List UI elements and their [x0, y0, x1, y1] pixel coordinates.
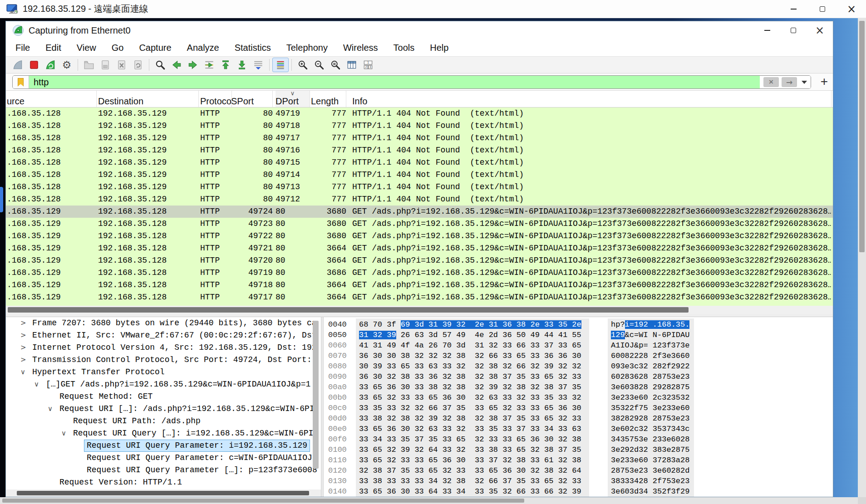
capture-options-button[interactable]: ⚙ [59, 58, 75, 72]
detail-row[interactable]: >Frame 7207: 3680 bytes on wire (29440 b… [6, 317, 321, 329]
hex-row[interactable]: 00b033 65 32 33 33 65 36 30 32 63 33 32 … [324, 392, 833, 403]
wireshark-close-button[interactable]: × [807, 21, 833, 39]
detail-row[interactable]: Request URI Query Parameter: c=WIN-6PIDA… [6, 452, 321, 464]
open-capture-file-button[interactable] [81, 58, 97, 72]
packet-row[interactable]: .168.35.129192.168.35.128HTTP49717803664… [6, 291, 833, 303]
menu-statistics[interactable]: Statistics [227, 39, 279, 56]
menu-telephony[interactable]: Telephony [279, 39, 335, 56]
menu-file[interactable]: File [8, 39, 38, 56]
scrollbar-thumb[interactable] [2, 499, 524, 503]
details-vscrollbar-thumb[interactable] [313, 321, 319, 469]
find-packet-button[interactable] [152, 58, 168, 72]
menu-wireless[interactable]: Wireless [335, 39, 386, 56]
go-to-first-packet-button[interactable] [217, 58, 234, 72]
go-to-packet-button[interactable] [201, 58, 217, 72]
detail-row[interactable]: >Ethernet II, Src: VMware_2f:67:67 (00:0… [6, 329, 321, 342]
detail-row[interactable]: ∨Request URI Query […]: i=192.168.35.129… [6, 427, 321, 440]
scrollbar-thumb[interactable] [17, 491, 309, 495]
detail-row[interactable]: ∨Hypertext Transfer Protocol [6, 366, 321, 378]
hex-row[interactable]: 012032 38 37 35 33 65 32 33 33 65 36 30 … [324, 465, 833, 476]
column-header-destination[interactable]: Destination [98, 91, 199, 107]
scrollbar-thumb[interactable] [859, 21, 865, 252]
filter-add-button[interactable]: + [817, 74, 831, 89]
go-forward-button[interactable] [185, 58, 201, 72]
menu-view[interactable]: View [69, 39, 104, 56]
packet-row[interactable]: .168.35.129192.168.35.128HTTP49721803664… [6, 242, 833, 254]
column-header-length[interactable]: Length [311, 91, 346, 107]
scrollbar-thumb[interactable] [8, 307, 689, 313]
hex-row[interactable]: 014033 65 36 30 33 64 33 34 33 35 32 66 … [324, 486, 833, 497]
packet-row[interactable]: .168.35.128192.168.35.129HTTP8049717777H… [6, 132, 833, 144]
packet-row[interactable]: .168.35.128192.168.35.129HTTP8049719777H… [6, 108, 833, 120]
detail-row-selected[interactable]: Request URI Query Parameter: i=192.168.3… [6, 440, 321, 452]
packet-row[interactable]: .168.35.128192.168.35.129HTTP8049716777H… [6, 144, 833, 157]
restart-capture-button[interactable] [42, 58, 59, 72]
menu-capture[interactable]: Capture [131, 39, 179, 56]
detail-row[interactable]: Request URI Query Parameter […]: p=123f3… [6, 464, 321, 476]
detail-row[interactable]: >Transmission Control Protocol, Src Port… [6, 354, 321, 366]
column-header-info[interactable]: Info [352, 91, 832, 107]
auto-scroll-button[interactable] [250, 58, 266, 72]
menu-help[interactable]: Help [422, 39, 456, 56]
rdp-close-button[interactable]: × [837, 0, 866, 18]
expander-open-icon[interactable]: ∨ [61, 427, 66, 440]
details-hscrollbar[interactable] [6, 489, 321, 497]
stop-capture-button[interactable] [26, 58, 42, 72]
hex-row[interactable]: 006041 31 49 4f 4a 26 70 3d 31 32 33 66 … [324, 340, 833, 351]
hex-row[interactable]: 009036 30 32 38 33 36 32 38 32 38 37 35 … [324, 372, 833, 382]
hex-row[interactable]: 008030 39 33 65 33 63 33 32 32 38 32 66 … [324, 361, 833, 372]
packet-row[interactable]: .168.35.129192.168.35.128HTTP49718803664… [6, 279, 833, 291]
hex-row[interactable]: 010033 65 32 39 32 64 33 32 33 38 33 65 … [324, 445, 833, 455]
packet-row[interactable]: .168.35.129192.168.35.128HTTP49723803680… [6, 218, 833, 230]
hex-row[interactable]: 013033 38 33 33 33 34 32 38 32 66 37 35 … [324, 476, 833, 486]
filter-dropdown-caret-icon[interactable] [802, 81, 807, 84]
hex-row[interactable]: 00a033 65 36 30 33 38 32 38 32 39 32 38 … [324, 382, 833, 392]
expander-closed-icon[interactable]: > [20, 317, 26, 329]
zoom-original-button[interactable] [327, 58, 344, 72]
hex-row[interactable]: 00e033 65 36 30 32 63 33 32 33 35 33 37 … [324, 424, 833, 434]
hex-row[interactable]: 011033 65 32 33 33 65 36 30 33 37 32 38 … [324, 455, 833, 465]
expander-closed-icon[interactable]: > [20, 342, 26, 354]
go-to-last-packet-button[interactable] [234, 58, 250, 72]
packet-list-hscrollbar[interactable] [6, 306, 833, 314]
menu-analyze[interactable]: Analyze [179, 39, 227, 56]
packet-row[interactable]: .168.35.128192.168.35.129HTTP8049715777H… [6, 157, 833, 169]
hex-row[interactable]: 00f033 34 33 35 37 35 33 65 32 33 33 65 … [324, 434, 833, 445]
menu-tools[interactable]: Tools [386, 39, 423, 56]
packet-row[interactable]: .168.35.128192.168.35.129HTTP8049713777H… [6, 181, 833, 193]
hex-row[interactable]: 005031 32 39 26 63 3d 57 49 4e 2d 36 50 … [324, 330, 833, 340]
menu-edit[interactable]: Edit [38, 39, 69, 56]
column-header-protocol[interactable]: Protocol [200, 91, 232, 107]
packet-row[interactable]: .168.35.129192.168.35.128HTTP49720803664… [6, 254, 833, 267]
column-header-sport[interactable]: SPort [231, 91, 273, 107]
hex-row[interactable]: 00c033 35 33 32 32 66 37 35 33 65 32 33 … [324, 403, 833, 413]
packet-row[interactable]: .168.35.129192.168.35.128HTTP49719803686… [6, 267, 833, 279]
menu-go[interactable]: Go [104, 39, 132, 56]
column-header-dport[interactable]: DPort∨ [276, 91, 310, 107]
column-header-urce[interactable]: urce [7, 91, 97, 107]
packet-row-selected[interactable]: .168.35.129192.168.35.128HTTP49724803680… [6, 206, 833, 218]
wireshark-minimize-button[interactable] [754, 21, 780, 39]
filter-bookmark-button[interactable] [13, 76, 29, 88]
rdp-hscrollbar[interactable] [0, 497, 858, 504]
close-capture-file-button[interactable] [113, 58, 130, 72]
packet-row[interactable]: .168.35.128192.168.35.129HTTP8049712777H… [6, 193, 833, 206]
expander-open-icon[interactable]: ∨ [48, 403, 53, 415]
rdp-maximize-button[interactable] [808, 0, 837, 18]
packet-row[interactable]: .168.35.128192.168.35.129HTTP8049714777H… [6, 169, 833, 181]
packet-row[interactable]: .168.35.128192.168.35.129HTTP8049718777H… [6, 120, 833, 132]
packet-row[interactable]: .168.35.129192.168.35.128HTTP49722803680… [6, 230, 833, 242]
expander-open-icon[interactable]: ∨ [34, 378, 39, 391]
expander-closed-icon[interactable]: > [20, 354, 26, 366]
rdp-minimize-button[interactable] [779, 0, 808, 18]
expander-open-icon[interactable]: ∨ [20, 366, 25, 378]
detail-row[interactable]: ∨Request URI […]: /ads.php?i=192.168.35.… [6, 403, 321, 415]
hex-row[interactable]: 00d033 38 32 38 32 39 32 38 32 38 37 35 … [324, 413, 833, 424]
go-back-button[interactable] [168, 58, 185, 72]
hex-row[interactable]: 007036 30 30 38 32 32 32 38 32 66 33 65 … [324, 351, 833, 361]
reload-capture-file-button[interactable] [130, 58, 146, 72]
zoom-in-button[interactable] [295, 58, 311, 72]
detail-row[interactable]: Request Method: GET [6, 391, 321, 403]
detail-row[interactable]: ∨[…]GET /ads.php?i=192.168.35.129&c=WIN-… [6, 378, 321, 391]
detail-row[interactable]: Request URI Path: /ads.php [6, 415, 321, 427]
